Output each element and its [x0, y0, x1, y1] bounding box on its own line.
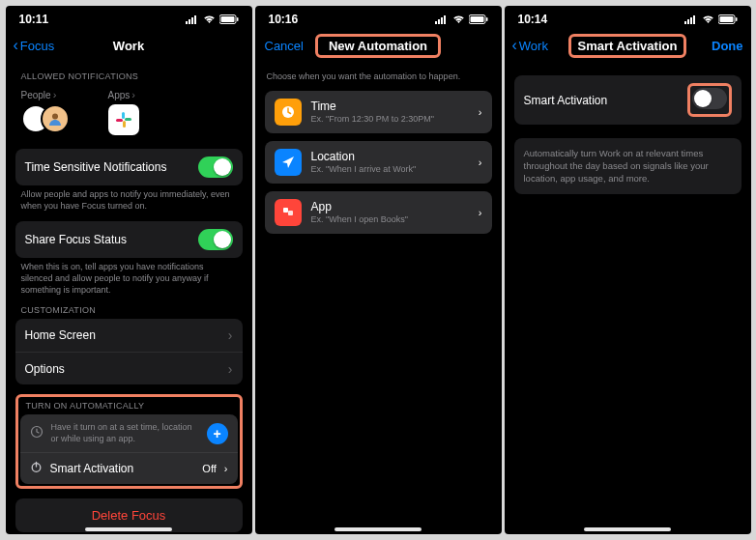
clock-icon [275, 99, 302, 126]
chevron-left-icon: ‹ [512, 40, 517, 52]
app-icon [275, 199, 302, 226]
annotation-highlight [687, 83, 732, 117]
chevron-right-icon: › [53, 89, 57, 100]
status-time: 10:14 [518, 13, 548, 26]
auto-hint-text: Have it turn on at a set time, location … [51, 422, 199, 444]
status-bar: 10:11 [6, 6, 252, 33]
svg-rect-27 [690, 17, 692, 24]
chevron-right-icon: › [479, 207, 482, 218]
annotation-highlight: TURN ON AUTOMATICALLY Have it turn on at… [15, 394, 243, 489]
home-screen-row[interactable]: Home Screen › [15, 319, 243, 352]
back-button[interactable]: ‹ Work [512, 39, 548, 53]
battery-icon [718, 14, 738, 24]
avatar [41, 104, 70, 133]
battery-icon [469, 14, 488, 24]
status-indicators [684, 14, 738, 24]
time-sensitive-hint: Allow people and apps to notify you imme… [15, 185, 243, 212]
wifi-icon [452, 14, 465, 24]
signal-icon [186, 14, 199, 24]
status-bar: 10:16 [255, 6, 502, 33]
time-sensitive-toggle[interactable] [198, 156, 233, 178]
share-focus-label: Share Focus Status [25, 233, 198, 246]
svg-rect-16 [438, 19, 440, 24]
chevron-right-icon: › [479, 156, 482, 168]
svg-rect-6 [237, 17, 239, 21]
svg-rect-31 [736, 17, 738, 21]
smart-activation-row[interactable]: Smart Activation [514, 75, 741, 125]
automation-app-row[interactable]: App Ex. "When I open Books" › [265, 191, 492, 234]
auto-header: TURN ON AUTOMATICALLY [20, 399, 238, 414]
svg-rect-15 [435, 21, 437, 24]
smart-activation-toggle[interactable] [692, 88, 727, 109]
page-title: Smart Activation [574, 39, 682, 53]
home-indicator[interactable] [85, 527, 172, 531]
svg-rect-20 [470, 16, 483, 22]
nav-bar: ‹ Work Smart Activation Done [505, 33, 751, 62]
back-label: Focus [20, 39, 54, 53]
phone-work-settings: 10:11 ‹ Focus Work ALLOWED NOTIFICATIONS… [6, 6, 252, 534]
automation-time-row[interactable]: Time Ex. "From 12:30 PM to 2:30PM" › [265, 91, 492, 133]
status-time: 10:11 [19, 13, 49, 26]
people-group[interactable]: People› [21, 89, 70, 135]
svg-rect-1 [189, 19, 190, 24]
status-time: 10:16 [269, 13, 299, 26]
annotation-highlight: New Automation [315, 34, 441, 58]
svg-rect-23 [283, 208, 288, 213]
svg-rect-21 [486, 17, 488, 21]
share-focus-row[interactable]: Share Focus Status [15, 221, 243, 258]
chevron-right-icon: › [228, 328, 233, 342]
svg-rect-11 [116, 119, 123, 122]
smart-activation-row[interactable]: Smart Activation Off › [20, 453, 238, 484]
apps-group[interactable]: Apps› [108, 89, 139, 135]
smart-activation-value: Off [202, 463, 216, 474]
svg-rect-26 [687, 19, 689, 24]
svg-rect-24 [288, 211, 293, 215]
allowed-header: ALLOWED NOTIFICATIONS [15, 62, 243, 85]
phone-smart-activation: 10:14 ‹ Work Smart Activation Done [505, 6, 751, 534]
svg-rect-30 [719, 16, 733, 22]
phone-new-automation: 10:16 Cancel New Automation Choose when … [255, 6, 502, 534]
home-indicator[interactable] [584, 527, 671, 531]
automation-title: Location [311, 150, 479, 163]
time-sensitive-label: Time Sensitive Notifications [25, 160, 198, 174]
options-label: Options [25, 362, 228, 376]
automation-location-row[interactable]: Location Ex. "When I arrive at Work" › [265, 141, 492, 184]
wifi-icon [203, 14, 216, 24]
svg-rect-2 [191, 17, 193, 24]
svg-point-7 [52, 114, 58, 120]
smart-activation-label: Smart Activation [50, 462, 195, 475]
smart-activation-description: Automatically turn Work on at relevant t… [514, 138, 741, 194]
share-focus-toggle[interactable] [198, 229, 233, 250]
svg-rect-28 [693, 15, 695, 24]
cancel-button[interactable]: Cancel [265, 39, 304, 53]
clock-icon [30, 425, 44, 441]
options-row[interactable]: Options › [15, 352, 243, 384]
nav-bar: ‹ Focus Work [6, 33, 252, 62]
chevron-right-icon: › [131, 89, 135, 100]
done-button[interactable]: Done [712, 39, 743, 53]
signal-icon [435, 14, 449, 24]
svg-rect-17 [441, 17, 443, 24]
page-title: New Automation [321, 39, 435, 53]
svg-rect-18 [444, 15, 446, 24]
svg-rect-5 [220, 16, 234, 22]
power-icon [30, 461, 43, 476]
svg-rect-3 [194, 15, 196, 24]
wifi-icon [702, 14, 714, 24]
back-button[interactable]: ‹ Focus [14, 39, 55, 53]
home-indicator[interactable] [334, 527, 422, 531]
automation-prompt: Choose when you want the automation to h… [265, 68, 492, 83]
add-automation-button[interactable]: + [207, 423, 228, 444]
chevron-right-icon: › [228, 362, 233, 376]
customization-header: CUSTOMIZATION [15, 296, 243, 319]
automation-title: Time [311, 99, 479, 113]
chevron-left-icon: ‹ [14, 40, 18, 52]
svg-rect-9 [125, 118, 131, 121]
share-focus-hint: When this is on, tell apps you have noti… [15, 258, 243, 296]
time-sensitive-row[interactable]: Time Sensitive Notifications [15, 149, 243, 185]
chevron-right-icon: › [224, 463, 228, 474]
svg-rect-8 [122, 112, 125, 119]
automation-title: App [311, 200, 479, 213]
svg-rect-25 [684, 21, 686, 24]
apps-label: Apps [108, 90, 131, 100]
